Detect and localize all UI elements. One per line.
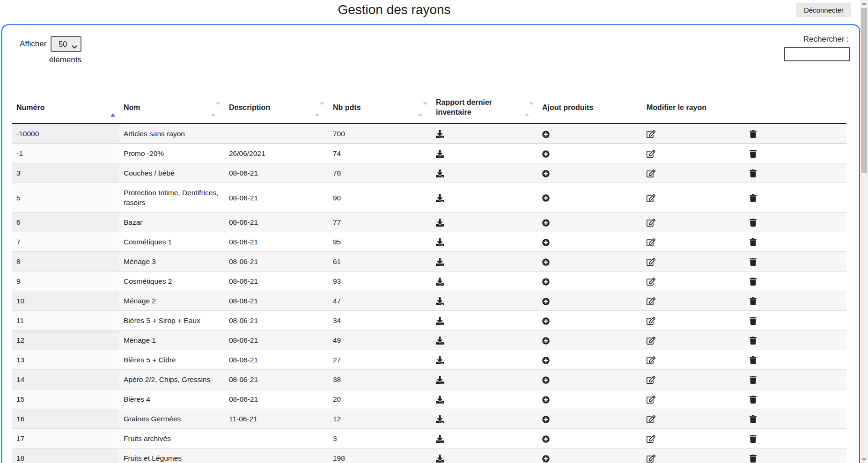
trash-icon[interactable] <box>750 278 757 286</box>
edit-icon[interactable] <box>647 337 655 345</box>
trash-icon[interactable] <box>750 435 757 443</box>
edit-icon[interactable] <box>647 238 655 246</box>
plus-circle-icon[interactable] <box>542 376 550 384</box>
search-input[interactable] <box>784 47 850 61</box>
edit-icon[interactable] <box>647 435 655 443</box>
trash-icon[interactable] <box>750 455 757 463</box>
search-label: Rechercher : <box>784 35 849 44</box>
edit-icon[interactable] <box>647 169 655 177</box>
download-icon[interactable] <box>436 150 444 158</box>
download-icon[interactable] <box>436 297 444 305</box>
download-icon[interactable] <box>436 219 444 227</box>
edit-icon[interactable] <box>647 150 655 158</box>
download-icon[interactable] <box>436 356 444 364</box>
download-icon[interactable] <box>436 130 444 138</box>
edit-icon[interactable] <box>647 356 655 364</box>
trash-icon[interactable] <box>750 337 757 345</box>
scrollbar-down-arrow-icon[interactable] <box>860 455 868 463</box>
download-icon[interactable] <box>436 238 444 246</box>
trash-icon[interactable] <box>750 150 757 158</box>
trash-icon[interactable] <box>750 356 757 364</box>
download-icon[interactable] <box>436 337 444 345</box>
cell-delete <box>745 390 846 409</box>
download-icon[interactable] <box>436 317 444 325</box>
edit-icon[interactable] <box>647 194 655 202</box>
edit-icon[interactable] <box>647 258 655 266</box>
trash-icon[interactable] <box>750 130 757 138</box>
col-header-nb-pdts[interactable]: Nb pdts <box>329 95 432 124</box>
download-icon[interactable] <box>436 415 444 423</box>
plus-circle-icon[interactable] <box>542 170 550 177</box>
trash-icon[interactable] <box>750 317 757 325</box>
logout-button[interactable]: Déconnecter <box>796 3 851 17</box>
cell-nb-pdts: 77 <box>329 213 432 232</box>
trash-icon[interactable] <box>750 297 757 305</box>
plus-circle-icon[interactable] <box>542 396 550 404</box>
cell-rapport <box>432 124 538 144</box>
cell-nom: Bazar <box>119 213 225 232</box>
cell-delete <box>745 350 846 370</box>
download-icon[interactable] <box>436 194 444 202</box>
col-header-nom[interactable]: Nom <box>119 95 225 124</box>
download-icon[interactable] <box>436 396 444 404</box>
scrollbar-up-arrow-icon[interactable] <box>860 0 868 8</box>
cell-numero: 14 <box>12 370 119 390</box>
cell-nb-pdts: 47 <box>329 291 432 311</box>
edit-icon[interactable] <box>647 376 655 384</box>
plus-circle-icon[interactable] <box>542 131 550 138</box>
trash-icon[interactable] <box>750 194 757 202</box>
table-row: 18 Fruits et Légumes 198 <box>12 448 846 463</box>
cell-ajout <box>538 232 642 252</box>
plus-circle-icon[interactable] <box>542 239 550 246</box>
plus-circle-icon[interactable] <box>542 278 550 286</box>
trash-icon[interactable] <box>750 258 757 266</box>
plus-circle-icon[interactable] <box>542 258 550 266</box>
edit-icon[interactable] <box>647 415 655 423</box>
trash-icon[interactable] <box>750 169 757 177</box>
edit-icon[interactable] <box>647 317 655 325</box>
sort-both-icon <box>418 104 427 114</box>
plus-circle-icon[interactable] <box>542 317 550 325</box>
plus-circle-icon[interactable] <box>542 298 550 305</box>
col-header-numero[interactable]: Numéro <box>12 95 119 124</box>
cell-numero: 10 <box>12 291 119 311</box>
col-header-rapport[interactable]: Rapport dernier inventaire <box>432 95 538 124</box>
table-row: 12 Ménage 1 08-06-21 49 <box>12 331 846 350</box>
trash-icon[interactable] <box>750 219 757 227</box>
edit-icon[interactable] <box>647 278 655 286</box>
edit-icon[interactable] <box>647 455 655 463</box>
plus-circle-icon[interactable] <box>542 416 550 423</box>
download-icon[interactable] <box>436 455 444 463</box>
plus-circle-icon[interactable] <box>542 357 550 364</box>
download-icon[interactable] <box>436 258 444 266</box>
edit-icon[interactable] <box>647 297 655 305</box>
col-header-description[interactable]: Description <box>225 95 329 124</box>
download-icon[interactable] <box>436 278 444 286</box>
download-icon[interactable] <box>436 435 444 443</box>
download-icon[interactable] <box>436 376 444 384</box>
plus-circle-icon[interactable] <box>542 455 550 463</box>
plus-circle-icon[interactable] <box>542 337 550 345</box>
page-scrollbar[interactable] <box>860 0 868 463</box>
trash-icon[interactable] <box>750 376 757 384</box>
plus-circle-icon[interactable] <box>542 194 550 202</box>
plus-circle-icon[interactable] <box>542 435 550 443</box>
edit-icon[interactable] <box>647 130 655 138</box>
trash-icon[interactable] <box>750 238 757 246</box>
trash-icon[interactable] <box>750 415 757 423</box>
page-length-select[interactable]: 50 <box>51 37 81 51</box>
edit-icon[interactable] <box>647 219 655 227</box>
col-header-actions <box>745 95 846 124</box>
cell-delete <box>745 291 846 311</box>
table-row: 10 Ménage 2 08-06-21 47 <box>12 291 846 311</box>
cell-numero: 11 <box>12 311 119 331</box>
sort-asc-icon <box>110 104 115 114</box>
download-icon[interactable] <box>436 169 444 177</box>
plus-circle-icon[interactable] <box>542 219 550 227</box>
plus-circle-icon[interactable] <box>542 150 550 158</box>
cell-numero: 12 <box>12 331 119 350</box>
trash-icon[interactable] <box>750 396 757 404</box>
cell-ajout <box>538 448 642 463</box>
edit-icon[interactable] <box>647 396 655 404</box>
scrollbar-thumb[interactable] <box>861 8 867 173</box>
